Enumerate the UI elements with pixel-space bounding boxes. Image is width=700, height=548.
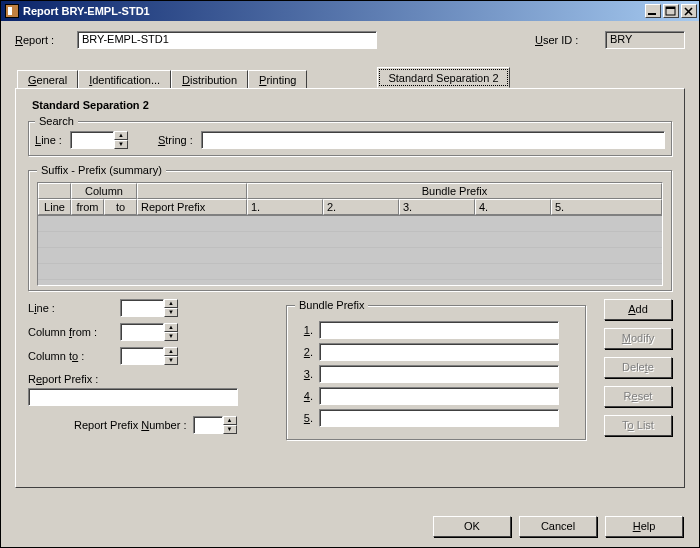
userid-label: User ID : xyxy=(535,34,591,46)
spin-down-icon[interactable]: ▼ xyxy=(164,356,178,365)
grid-header-5: 5. xyxy=(551,199,662,215)
grid-header-1: 1. xyxy=(247,199,323,215)
search-legend: Search xyxy=(35,115,78,127)
search-line-input[interactable] xyxy=(70,131,114,149)
grid-header-4: 4. xyxy=(475,199,551,215)
form-reportprefix-num-input[interactable] xyxy=(193,416,223,434)
grid-header-3: 3. xyxy=(399,199,475,215)
tab-general[interactable]: GGeneraleneral xyxy=(17,70,78,89)
app-icon xyxy=(5,4,19,18)
bundle-1-label: 1. xyxy=(295,324,313,336)
grid-header-line: Line xyxy=(38,199,71,215)
bundle-3-input[interactable] xyxy=(319,365,559,383)
client-area: RReport :eport : BRY-EMPL-STD1 User ID :… xyxy=(1,21,699,496)
search-line-spinner[interactable]: ▲▼ xyxy=(70,131,128,149)
report-field[interactable]: BRY-EMPL-STD1 xyxy=(77,31,377,49)
ok-button[interactable]: OK xyxy=(433,516,511,537)
spin-down-icon[interactable]: ▼ xyxy=(223,425,237,434)
grid-header-to: to xyxy=(104,199,137,215)
bundle-2-label: 2. xyxy=(295,346,313,358)
form-line-label: Line : xyxy=(28,302,120,314)
form-colfrom-label: Column from : xyxy=(28,326,120,338)
bundle-3-label: 3. xyxy=(295,368,313,380)
search-string-input[interactable] xyxy=(201,131,665,149)
spin-up-icon[interactable]: ▲ xyxy=(164,299,178,308)
spin-down-icon[interactable]: ▼ xyxy=(164,332,178,341)
tabs: GGeneraleneral Identification... Distrib… xyxy=(15,67,685,488)
spin-down-icon[interactable]: ▼ xyxy=(164,308,178,317)
grid-header-reportprefix: Report Prefix xyxy=(137,199,247,215)
suffix-prefix-group: Suffix - Prefix (summary) Column Bundle … xyxy=(28,164,672,291)
grid-header-blank xyxy=(38,183,71,199)
form-colto-label: Column to : xyxy=(28,350,120,362)
maximize-button[interactable] xyxy=(663,4,679,18)
grid-header-from: from xyxy=(71,199,104,215)
grid-body[interactable] xyxy=(38,215,662,285)
close-button[interactable] xyxy=(681,4,697,18)
form-reportprefix-input[interactable] xyxy=(28,388,238,406)
bundle-1-input[interactable] xyxy=(319,321,559,339)
form-colfrom-input[interactable] xyxy=(120,323,164,341)
form-colto-spinner[interactable]: ▲▼ xyxy=(120,347,190,365)
spin-up-icon[interactable]: ▲ xyxy=(223,416,237,425)
bundle-4-label: 4. xyxy=(295,390,313,402)
tab-panel: Standard Separation 2 Search Line : ▲▼ S… xyxy=(15,88,685,488)
summary-grid[interactable]: Column Bundle Prefix Line from to Report… xyxy=(37,182,663,286)
spin-up-icon[interactable]: ▲ xyxy=(164,347,178,356)
tolist-button[interactable]: To List xyxy=(604,415,672,436)
add-button[interactable]: Add xyxy=(604,299,672,320)
form-line-input[interactable] xyxy=(120,299,164,317)
bundle-5-label: 5. xyxy=(295,412,313,424)
cancel-button[interactable]: Cancel xyxy=(519,516,597,537)
minimize-button[interactable] xyxy=(645,4,661,18)
help-button[interactable]: Help xyxy=(605,516,683,537)
grid-header-group-bundle: Bundle Prefix xyxy=(247,183,662,199)
window-title: Report BRY-EMPL-STD1 xyxy=(23,5,645,17)
grid-header-group-column: Column xyxy=(71,183,137,199)
search-string-label: String : xyxy=(158,134,193,146)
report-label: RReport :eport : xyxy=(15,34,63,46)
tab-printing[interactable]: Printing xyxy=(248,70,307,89)
modify-button[interactable]: Modify xyxy=(604,328,672,349)
delete-button[interactable]: Delete xyxy=(604,357,672,378)
form-reportprefix-label: Report Prefix : xyxy=(28,373,274,385)
grid-header-blank2 xyxy=(137,183,247,199)
form-colfrom-spinner[interactable]: ▲▼ xyxy=(120,323,190,341)
search-line-label: Line : xyxy=(35,134,62,146)
bundle-prefix-group: Bundle Prefix 1. 2. 3. 4. 5. xyxy=(286,299,586,440)
grid-header-2: 2. xyxy=(323,199,399,215)
titlebar: Report BRY-EMPL-STD1 xyxy=(1,1,699,21)
window: Report BRY-EMPL-STD1 RReport :eport : BR… xyxy=(0,0,700,548)
tab-distribution[interactable]: Distribution xyxy=(171,70,248,89)
bundle-5-input[interactable] xyxy=(319,409,559,427)
spin-down-icon[interactable]: ▼ xyxy=(114,140,128,149)
svg-rect-2 xyxy=(666,7,675,9)
tab-standard-separation-2[interactable]: Standard Separation 2 xyxy=(377,67,509,88)
userid-field: BRY xyxy=(605,31,685,49)
suffix-prefix-legend: Suffix - Prefix (summary) xyxy=(37,164,166,176)
svg-rect-0 xyxy=(648,13,656,15)
form-reportprefix-num-spinner[interactable]: ▲▼ xyxy=(193,416,237,434)
form-line-spinner[interactable]: ▲▼ xyxy=(120,299,190,317)
form-colto-input[interactable] xyxy=(120,347,164,365)
tab-identification[interactable]: Identification... xyxy=(78,70,171,89)
search-group: Search Line : ▲▼ String : xyxy=(28,115,672,156)
bundle-4-input[interactable] xyxy=(319,387,559,405)
spin-up-icon[interactable]: ▲ xyxy=(164,323,178,332)
form-reportprefix-num-label: Report Prefix Number : xyxy=(74,419,187,431)
reset-button[interactable]: Reset xyxy=(604,386,672,407)
panel-title: Standard Separation 2 xyxy=(32,99,672,111)
bundle-prefix-legend: Bundle Prefix xyxy=(295,299,368,311)
bundle-2-input[interactable] xyxy=(319,343,559,361)
spin-up-icon[interactable]: ▲ xyxy=(114,131,128,140)
